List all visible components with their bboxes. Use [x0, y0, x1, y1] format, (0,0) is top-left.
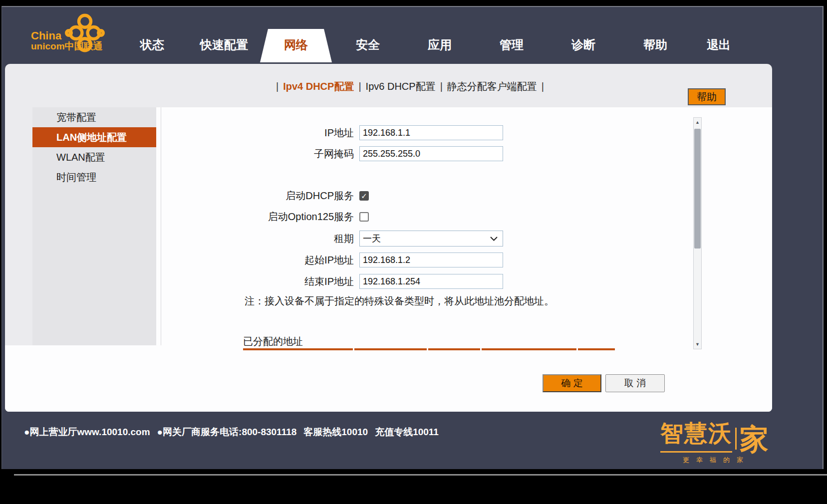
logo-text: China unicom中国联通 [31, 30, 103, 51]
subnet-mask-row: 子网掩码 [170, 146, 503, 161]
help-button[interactable]: 帮助 [688, 88, 726, 105]
lease-label: 租期 [170, 232, 359, 246]
chevron-down-icon [490, 237, 498, 241]
start-ip-row: 起始IP地址 [170, 252, 503, 267]
router-admin-screen: China unicom中国联通 状态 快速配置 网络 安全 应用 管理 诊断 … [0, 0, 827, 504]
sidebar-item-wlan-config[interactable]: WLAN配置 [32, 147, 156, 167]
main-nav: 状态 快速配置 网络 安全 应用 管理 诊断 帮助 退出 [116, 29, 746, 62]
subnav-separator: | [542, 81, 544, 92]
logo-line2: unicom中国联通 [31, 41, 103, 51]
footer-item-vendor-phone: ●网关厂商服务电话:800-8301118 [157, 426, 297, 439]
subnet-mask-input[interactable] [359, 146, 503, 161]
ip-address-row: IP地址 [170, 125, 503, 140]
ip-address-label: IP地址 [170, 126, 359, 140]
start-ip-label: 起始IP地址 [170, 253, 359, 267]
assigned-addresses-title: 已分配的地址 [243, 335, 303, 348]
table-column-border [578, 348, 615, 350]
lease-row: 租期 一天 [170, 231, 503, 247]
table-column-border [243, 348, 353, 350]
logo-line1: China [31, 30, 103, 41]
enable-option125-label: 启动Option125服务 [170, 210, 359, 224]
nav-tab-management[interactable]: 管理 [476, 29, 548, 62]
brand-slogan: 更幸福的家 [660, 456, 769, 465]
nav-tab-quick-setup[interactable]: 快速配置 [188, 29, 260, 62]
enable-dhcp-label: 启动DHCP服务 [170, 189, 359, 203]
scrollbar-thumb[interactable] [694, 129, 701, 249]
end-ip-label: 结束IP地址 [170, 275, 359, 288]
window-bottom-edge [14, 474, 827, 476]
confirm-button[interactable]: 确 定 [543, 374, 601, 392]
nav-tab-diagnosis[interactable]: 诊断 [548, 29, 619, 62]
lease-select[interactable]: 一天 [359, 231, 503, 247]
content-panel: | Ipv4 DHCP配置 | Ipv6 DHCP配置 | 静态分配客户端配置 … [5, 64, 772, 412]
nav-tab-security[interactable]: 安全 [332, 29, 404, 62]
sidebar: 宽带配置 LAN侧地址配置 WLAN配置 时间管理 [32, 107, 156, 345]
subnav-tab-ipv6-dhcp[interactable]: Ipv6 DHCP配置 [366, 80, 436, 93]
dhcp-subnav: | Ipv4 DHCP配置 | Ipv6 DHCP配置 | 静态分配客户端配置 … [5, 80, 772, 93]
enable-dhcp-row: 启动DHCP服务 [170, 189, 369, 203]
subnet-mask-label: 子网掩码 [170, 147, 359, 161]
sidebar-item-lan-address-config[interactable]: LAN侧地址配置 [32, 127, 156, 147]
enable-option125-row: 启动Option125服务 [170, 210, 369, 224]
cancel-button[interactable]: 取 消 [605, 374, 665, 392]
subnav-separator: | [440, 81, 443, 92]
address-pool-note: 注：接入设备不属于指定的特殊设备类型时，将从此地址池分配地址。 [245, 294, 554, 308]
subnav-separator: | [276, 81, 278, 92]
table-column-border [482, 348, 576, 350]
nav-tab-help[interactable]: 帮助 [619, 29, 691, 62]
ip-address-input[interactable] [359, 125, 503, 140]
brand-main-text: 智慧沃 家 [660, 418, 769, 453]
brand-divider [735, 428, 737, 450]
sidebar-divider [161, 107, 161, 345]
action-buttons: 确 定 取 消 [543, 374, 665, 392]
enable-dhcp-checkbox[interactable] [359, 191, 369, 201]
content-background-bottom [5, 345, 156, 412]
footer-item-hotline: 客服热线10010 [303, 426, 368, 439]
brand-part2: 家 [740, 425, 769, 453]
start-ip-input[interactable] [359, 252, 503, 267]
vertical-scrollbar[interactable]: ▲ ▼ [693, 117, 702, 349]
nav-tab-network[interactable]: 网络 [260, 29, 332, 62]
assigned-addresses-table-header-border [243, 348, 615, 350]
brand-part1: 智慧沃 [660, 418, 732, 453]
scroll-up-arrow[interactable]: ▲ [694, 118, 701, 127]
end-ip-row: 结束IP地址 [170, 274, 503, 289]
table-column-border [428, 348, 480, 350]
subnav-separator: | [358, 81, 361, 92]
subnav-tab-ipv4-dhcp[interactable]: Ipv4 DHCP配置 [283, 80, 354, 93]
zhihui-wojia-logo: 智慧沃 家 更幸福的家 [660, 418, 769, 465]
table-column-border [354, 348, 427, 350]
enable-option125-checkbox[interactable] [359, 212, 369, 222]
footer-item-online-service: ●网上营业厅www.10010.com [24, 426, 150, 439]
sidebar-item-time-management[interactable]: 时间管理 [32, 167, 156, 187]
footer-info: ●网上营业厅www.10010.com ●网关厂商服务电话:800-830111… [24, 426, 439, 439]
sidebar-item-broadband-config[interactable]: 宽带配置 [32, 107, 156, 127]
nav-tab-application[interactable]: 应用 [404, 29, 476, 62]
lease-selected-value: 一天 [363, 233, 381, 245]
subnav-tab-static-client[interactable]: 静态分配客户端配置 [447, 80, 537, 93]
nav-tab-logout[interactable]: 退出 [691, 29, 746, 62]
nav-tab-status[interactable]: 状态 [116, 29, 188, 62]
scroll-down-arrow[interactable]: ▼ [694, 340, 701, 349]
end-ip-input[interactable] [359, 274, 503, 289]
footer-item-recharge-line: 充值专线10011 [375, 426, 439, 439]
